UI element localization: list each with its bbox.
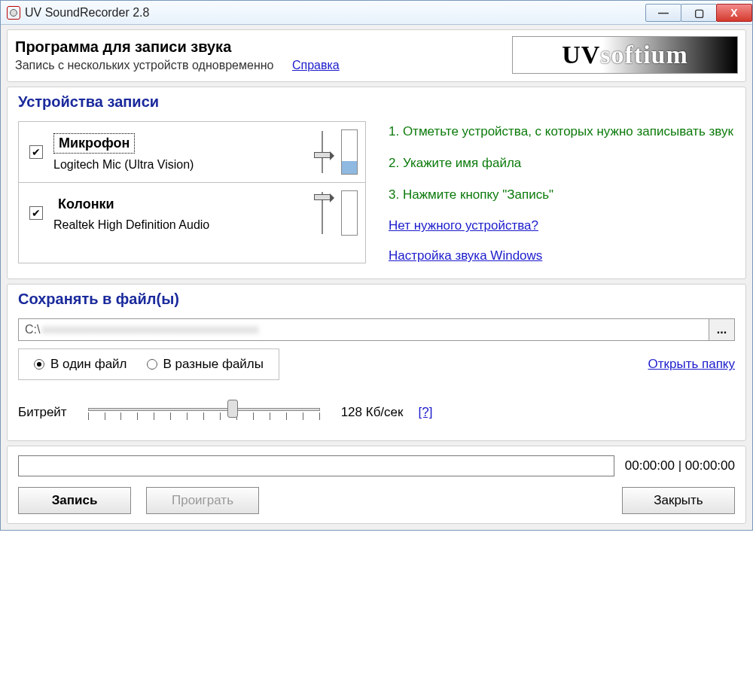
save-title: Сохранять в файл(ы) bbox=[18, 291, 735, 308]
device-labels: Микрофон Logitech Mic (Ultra Vision) bbox=[53, 133, 312, 172]
devices-title: Устройства записи bbox=[18, 93, 735, 111]
device-checkbox[interactable]: ✔ bbox=[29, 145, 43, 159]
instruction-step: 3. Нажмите кнопку "Запись" bbox=[389, 186, 735, 204]
bitrate-help-link[interactable]: [?] bbox=[418, 405, 432, 420]
header-panel: Программа для записи звука Запись с неск… bbox=[7, 29, 746, 82]
save-path-row: C:\ xxxxxxxxxxxxxxxxxxxxxxxxxxxxxxxxxxxx… bbox=[18, 318, 735, 341]
save-mode-row: В один файл В разные файлы Открыть папку bbox=[18, 348, 735, 380]
device-list: ✔ Микрофон Logitech Mic (Ultra Vision) ✔… bbox=[18, 121, 366, 263]
header-subtitle: Запись с нескольких устройств одновремен… bbox=[15, 59, 273, 72]
window-controls: — ▢ X bbox=[646, 4, 752, 22]
devices-panel: Устройства записи ✔ Микрофон Logitech Mi… bbox=[7, 87, 746, 279]
windows-audio-settings-link[interactable]: Настройка звука Windows bbox=[389, 248, 735, 263]
play-button[interactable]: Проиграть bbox=[146, 487, 259, 514]
radio-single-label: В один файл bbox=[50, 357, 127, 372]
device-row: ✔ Колонки Realtek High Definition Audio bbox=[19, 183, 365, 243]
device-checkbox[interactable]: ✔ bbox=[29, 206, 43, 220]
app-icon bbox=[7, 6, 20, 20]
brand-logo: UVsoftium bbox=[512, 36, 738, 74]
radio-indicator bbox=[147, 359, 157, 370]
save-path-value: C:\ bbox=[25, 323, 40, 336]
logo-right: softium bbox=[600, 41, 688, 69]
app-window: UV SoundRecorder 2.8 — ▢ X Программа для… bbox=[0, 0, 753, 531]
open-folder-link[interactable]: Открыть папку bbox=[648, 357, 735, 372]
device-volume-slider[interactable] bbox=[312, 190, 332, 236]
header-title: Программа для записи звука bbox=[15, 38, 340, 56]
maximize-button[interactable]: ▢ bbox=[681, 4, 717, 22]
bitrate-value: 128 Кб/сек bbox=[341, 405, 404, 420]
device-volume-slider[interactable] bbox=[312, 129, 332, 175]
radio-indicator bbox=[34, 359, 44, 370]
time-display: 00:00:00 | 00:00:00 bbox=[625, 458, 735, 473]
browse-button[interactable]: ... bbox=[709, 318, 735, 341]
device-name: Микрофон bbox=[53, 133, 135, 154]
bitrate-slider[interactable] bbox=[84, 400, 325, 425]
content-area: Программа для записи звука Запись с неск… bbox=[1, 25, 752, 530]
progress-bar bbox=[18, 455, 614, 476]
close-button[interactable]: Закрыть bbox=[622, 487, 735, 514]
save-panel: Сохранять в файл(ы) C:\ xxxxxxxxxxxxxxxx… bbox=[7, 284, 746, 441]
help-link[interactable]: Справка bbox=[292, 59, 340, 72]
window-close-button[interactable]: X bbox=[716, 4, 752, 22]
bitrate-thumb[interactable] bbox=[227, 400, 238, 418]
device-level-meter bbox=[341, 129, 358, 175]
save-mode-group: В один файл В разные файлы bbox=[18, 348, 279, 380]
radio-single-file[interactable]: В один файл bbox=[34, 357, 127, 372]
window-title: UV SoundRecorder 2.8 bbox=[25, 6, 149, 20]
titlebar: UV SoundRecorder 2.8 — ▢ X bbox=[1, 1, 752, 25]
device-row: ✔ Микрофон Logitech Mic (Ultra Vision) bbox=[19, 122, 365, 183]
instruction-step: 2. Укажите имя файла bbox=[389, 154, 735, 172]
save-path-input[interactable]: C:\ xxxxxxxxxxxxxxxxxxxxxxxxxxxxxxxxxxxx bbox=[18, 318, 709, 341]
minimize-button[interactable]: — bbox=[645, 4, 681, 22]
radio-multi-label: В разные файлы bbox=[163, 357, 264, 372]
header-text: Программа для записи звука Запись с неск… bbox=[15, 38, 340, 72]
instruction-step: 1. Отметьте устройства, с которых нужно … bbox=[389, 123, 735, 141]
logo-left: UV bbox=[562, 41, 600, 69]
save-path-blurred: xxxxxxxxxxxxxxxxxxxxxxxxxxxxxxxxxxxx bbox=[41, 323, 258, 336]
button-row: Запись Проиграть Закрыть bbox=[18, 487, 735, 514]
record-button[interactable]: Запись bbox=[18, 487, 131, 514]
bitrate-label: Битрейт bbox=[18, 405, 67, 420]
device-name: Колонки bbox=[53, 195, 119, 214]
instructions: 1. Отметьте устройства, с которых нужно … bbox=[389, 121, 735, 263]
progress-row: 00:00:00 | 00:00:00 bbox=[18, 455, 735, 476]
device-description: Logitech Mic (Ultra Vision) bbox=[53, 158, 312, 172]
radio-multi-file[interactable]: В разные файлы bbox=[147, 357, 264, 372]
device-description: Realtek High Definition Audio bbox=[53, 218, 312, 232]
device-level-meter bbox=[341, 190, 358, 236]
bottom-panel: 00:00:00 | 00:00:00 Запись Проиграть Зак… bbox=[7, 446, 746, 524]
bitrate-row: Битрейт 128 Кб/сек [?] bbox=[18, 400, 735, 425]
device-labels: Колонки Realtek High Definition Audio bbox=[53, 195, 312, 232]
missing-device-link[interactable]: Нет нужного устройства? bbox=[389, 218, 735, 233]
